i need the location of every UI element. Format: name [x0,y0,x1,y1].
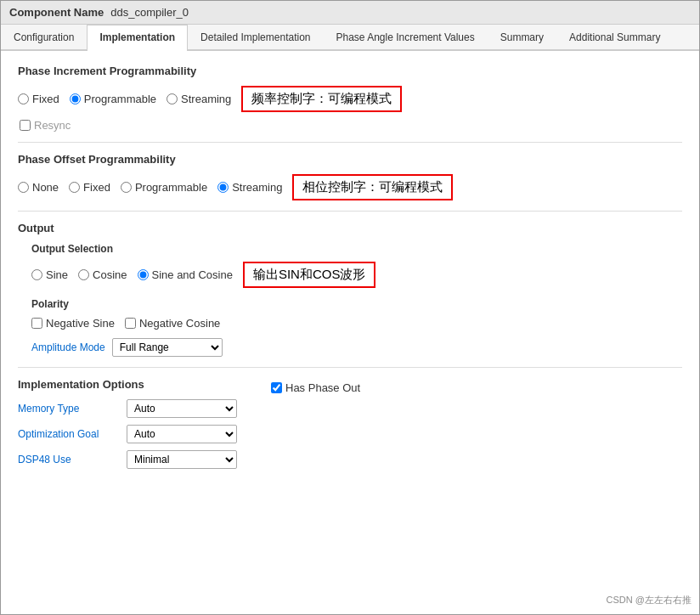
phase-increment-fixed[interactable]: Fixed [18,93,59,105]
phase-increment-title: Phase Increment Programmability [18,65,682,77]
component-name-value: dds_compiler_0 [110,6,189,19]
output-title: Output [18,222,682,234]
phase-offset-section: Phase Offset Programmability None Fixed … [18,153,682,200]
phase-offset-fixed[interactable]: Fixed [69,181,110,194]
dsp48-use-select[interactable]: Minimal Medium Maximum [127,450,237,469]
output-sine[interactable]: Sine [31,268,68,281]
resync-checkbox-item[interactable]: Resync [20,119,682,132]
memory-type-label: Memory Type [18,403,120,415]
optimization-goal-select[interactable]: Auto Area Speed [127,425,237,443]
resync-checkbox[interactable] [20,120,31,131]
polarity-title: Polarity [31,298,682,310]
dsp48-use-row: DSP48 Use Minimal Medium Maximum [18,450,237,469]
phase-offset-none[interactable]: None [18,181,59,194]
has-phase-out-checkbox[interactable] [271,382,282,393]
output-selection-section: Output Selection Sine Cosine Sine and Co… [31,243,682,288]
amplitude-select[interactable]: Full Range Unit Circle [112,338,223,357]
implementation-options-section: Implementation Options Memory Type Auto … [18,378,682,476]
output-cosine-label: Cosine [93,268,127,281]
implementation-options-two-col: Implementation Options Memory Type Auto … [18,378,682,476]
phase-increment-programmable-label: Programmable [84,93,156,105]
phase-increment-fixed-label: Fixed [32,93,59,105]
output-sine-and-cosine[interactable]: Sine and Cosine [138,268,233,281]
tab-detailed-implementation[interactable]: Detailed Implementation [188,25,323,49]
output-section: Output Output Selection Sine Cosine Si [18,222,682,357]
output-sine-and-cosine-label: Sine and Cosine [152,268,233,281]
component-name-bar: Component Name dds_compiler_0 [1,1,699,25]
optimization-goal-label: Optimization Goal [18,428,120,440]
amplitude-label: Amplitude Mode [31,341,105,353]
phase-offset-programmable-label: Programmable [135,181,207,194]
phase-offset-programmable[interactable]: Programmable [121,181,207,194]
phase-increment-options: Fixed Programmable Streaming 频率控制字：可编程模式 [18,86,682,112]
memory-type-row: Memory Type Auto Block ROM Distributed R… [18,399,237,418]
resync-label: Resync [34,119,71,132]
output-selection-title: Output Selection [31,243,682,255]
memory-type-select[interactable]: Auto Block ROM Distributed ROM [127,399,237,418]
main-content: Phase Increment Programmability Fixed Pr… [1,51,699,489]
optimization-goal-row: Optimization Goal Auto Area Speed [18,425,237,443]
polarity-options: Negative Sine Negative Cosine [31,317,682,330]
negative-cosine-item[interactable]: Negative Cosine [125,317,220,330]
phase-increment-section: Phase Increment Programmability Fixed Pr… [18,65,682,132]
phase-offset-fixed-label: Fixed [83,181,110,194]
tab-implementation[interactable]: Implementation [87,25,188,51]
component-name-label: Component Name [9,6,104,19]
output-cosine[interactable]: Cosine [78,268,127,281]
phase-offset-annotation: 相位控制字：可编程模式 [292,174,453,200]
output-sine-label: Sine [46,268,68,281]
tab-summary[interactable]: Summary [488,25,556,49]
phase-offset-streaming-label: Streaming [232,181,282,194]
has-phase-out-label: Has Phase Out [285,381,360,394]
has-phase-out-col: Has Phase Out [271,378,360,476]
dsp48-use-label: DSP48 Use [18,454,120,465]
negative-sine-item[interactable]: Negative Sine [31,317,115,330]
output-selection-annotation: 输出SIN和COS波形 [243,262,376,288]
phase-offset-title: Phase Offset Programmability [18,153,682,166]
watermark: CSDN @左左右右推 [607,594,692,607]
phase-offset-options: None Fixed Programmable Streaming 相位控制字：… [18,174,682,200]
negative-sine-label: Negative Sine [46,317,115,330]
phase-offset-streaming[interactable]: Streaming [217,181,282,194]
phase-increment-streaming-label: Streaming [181,93,231,105]
negative-sine-checkbox[interactable] [31,318,42,329]
amplitude-row: Amplitude Mode Full Range Unit Circle [31,338,682,357]
phase-increment-annotation: 频率控制字：可编程模式 [241,86,402,112]
negative-cosine-label: Negative Cosine [139,317,220,330]
polarity-section: Polarity Negative Sine Negative Cosine [31,298,682,330]
implementation-options-title: Implementation Options [18,378,237,391]
has-phase-out-item[interactable]: Has Phase Out [271,381,360,394]
impl-options-left: Implementation Options Memory Type Auto … [18,378,237,476]
resync-row: Resync [20,119,682,132]
phase-increment-streaming[interactable]: Streaming [167,93,231,105]
negative-cosine-checkbox[interactable] [125,318,136,329]
output-selection-options: Sine Cosine Sine and Cosine 输出SIN和COS波形 [31,262,682,288]
tabs-bar: Configuration Implementation Detailed Im… [1,25,699,51]
phase-offset-none-label: None [32,181,59,194]
tab-phase-angle-increment-values[interactable]: Phase Angle Increment Values [323,25,487,49]
tab-configuration[interactable]: Configuration [1,25,87,49]
tab-additional-summary[interactable]: Additional Summary [556,25,673,49]
phase-increment-programmable[interactable]: Programmable [70,93,156,105]
